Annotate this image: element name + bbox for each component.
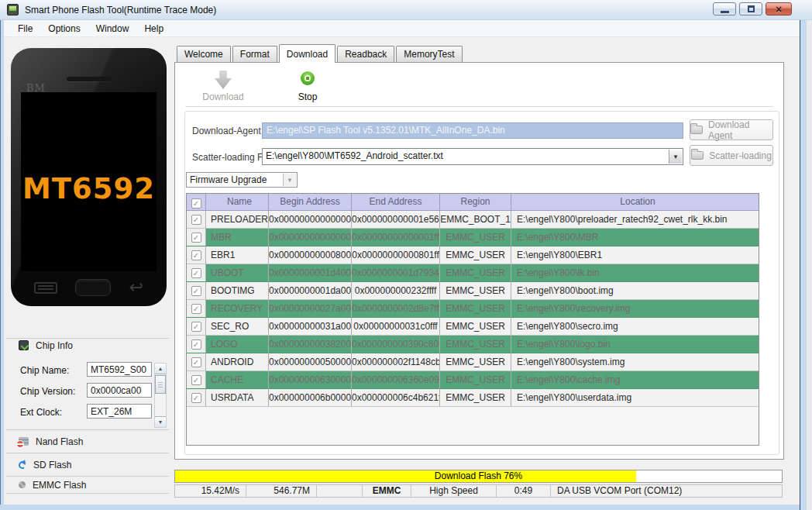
- cell-begin-address: 0x0000000001d40000: [269, 264, 352, 282]
- row-checkbox-cell[interactable]: ✓: [187, 371, 206, 389]
- checkbox-checked[interactable]: ✓: [191, 286, 201, 296]
- stop-action-label[interactable]: Stop: [273, 91, 342, 102]
- checkbox-checked[interactable]: ✓: [191, 339, 201, 350]
- chip-model-label: MT6592: [21, 172, 157, 205]
- row-checkbox-cell[interactable]: ✓: [187, 300, 206, 318]
- checkbox-checked[interactable]: ✓: [191, 357, 201, 367]
- partition-row-recovery[interactable]: ✓RECOVERY0x00000000027a00000x0000000002d…: [187, 300, 759, 318]
- checkbox-checked[interactable]: ✓: [191, 233, 201, 243]
- scatter-file-combobox[interactable]: E:\engel\Y800\MT6592_Android_scatter.txt…: [262, 148, 683, 165]
- row-checkbox-cell[interactable]: ✓: [187, 229, 206, 246]
- partition-row-sec_ro[interactable]: ✓SEC_RO0x00000000031a00000x00000000031c0…: [187, 318, 759, 336]
- window-border-left: [0, 20, 4, 510]
- cell-end-address: 0x0000000002d8e7ff: [352, 300, 440, 318]
- column-header-location[interactable]: Location: [511, 194, 759, 211]
- row-checkbox-cell[interactable]: ✓: [187, 353, 206, 371]
- menu-item-window[interactable]: Window: [88, 21, 137, 36]
- cell-location: E:\engel\Y800\MBR: [511, 229, 759, 246]
- menu-item-options[interactable]: Options: [40, 21, 88, 36]
- cell-location: E:\engel\Y800\preloader_ratech92_cwet_rl…: [511, 211, 759, 229]
- sd-flash-title: SD Flash: [33, 460, 71, 470]
- chip-scrollbar[interactable]: ▲ ▼: [154, 363, 167, 428]
- row-checkbox-cell[interactable]: ✓: [187, 246, 206, 264]
- scroll-thumb[interactable]: [155, 375, 166, 394]
- window-border-right[interactable]: [800, 20, 807, 510]
- scroll-up-icon[interactable]: ▲: [155, 364, 166, 374]
- app-icon: [7, 4, 19, 16]
- select-all-header[interactable]: ✓: [187, 194, 206, 211]
- chevron-down-icon[interactable]: ▼: [283, 174, 296, 186]
- partition-row-android[interactable]: ✓ANDROID0x00000000050000000x000000002f11…: [187, 353, 759, 371]
- chip-info-title: Chip Info: [36, 340, 73, 351]
- column-header-begin-address[interactable]: Begin Address: [269, 194, 352, 211]
- partition-row-mbr[interactable]: ✓MBR0x00000000000000000x00000000000001ff…: [187, 229, 759, 246]
- partition-row-uboot[interactable]: ✓UBOOT0x0000000001d400000x0000000001d793…: [187, 264, 759, 282]
- cell-name: RECOVERY: [206, 300, 269, 318]
- cell-location: E:\engel\Y800\lk.bin: [511, 264, 759, 282]
- download-action-icon[interactable]: [215, 71, 232, 89]
- partition-row-preloader[interactable]: ✓PRELOADER0x00000000000000000x0000000000…: [187, 211, 759, 229]
- tab-welcome[interactable]: Welcome: [177, 46, 231, 62]
- tab-readback[interactable]: Readback: [337, 46, 394, 62]
- partition-row-usrdata[interactable]: ✓USRDATA0x000000006b0000000x000000006c4b…: [187, 389, 759, 407]
- cell-begin-address: 0x0000000000000000: [269, 211, 352, 229]
- checkbox-checked[interactable]: ✓: [191, 393, 201, 403]
- scatter-loading-button[interactable]: Scatter-loading: [690, 145, 773, 166]
- cell-name: CACHE: [206, 371, 269, 389]
- checkbox-checked[interactable]: ✓: [191, 304, 201, 314]
- row-checkbox-cell[interactable]: ✓: [187, 389, 206, 407]
- column-header-name[interactable]: Name: [206, 194, 269, 211]
- stop-action-icon[interactable]: [301, 71, 315, 85]
- close-icon: ×: [776, 4, 782, 15]
- column-header-end-address[interactable]: End Address: [352, 194, 440, 211]
- checkbox-checked[interactable]: ✓: [191, 198, 201, 208]
- close-button[interactable]: ×: [766, 2, 792, 16]
- download-agent-field[interactable]: E:\engel\SP Flash Tool v5.1352.01\MTK_Al…: [262, 122, 683, 139]
- cell-end-address: 0x000000002f1148cb: [352, 353, 440, 371]
- partition-row-bootimg[interactable]: ✓BOOTIMG0x0000000001da00000x000000000232…: [187, 282, 759, 300]
- partition-row-logo[interactable]: ✓LOGO0x00000000038200000x000000000390c60…: [187, 336, 759, 353]
- phone-illustration: BM MT6592 ↩: [11, 48, 167, 306]
- chevron-down-icon[interactable]: ▼: [669, 150, 682, 164]
- download-action-label[interactable]: Download: [188, 91, 258, 102]
- section-emmc-flash[interactable]: EMMC Flash: [6, 476, 169, 494]
- partition-row-ebr1[interactable]: ✓EBR10x00000000000800000x00000000000801f…: [187, 246, 759, 264]
- cell-region: EMMC_USER: [440, 264, 511, 282]
- section-chip-info[interactable]: Chip Info: [6, 338, 169, 352]
- cell-region: EMMC_USER: [440, 246, 511, 264]
- maximize-button[interactable]: [739, 2, 762, 16]
- scroll-down-icon[interactable]: ▼: [155, 416, 166, 427]
- tab-format[interactable]: Format: [232, 46, 277, 62]
- row-checkbox-cell[interactable]: ✓: [187, 282, 206, 300]
- row-checkbox-cell[interactable]: ✓: [187, 211, 206, 229]
- menu-item-file[interactable]: File: [10, 21, 40, 36]
- partition-row-cache[interactable]: ✓CACHE0x00000000630000000x000000006360e0…: [187, 371, 759, 389]
- tab-memorytest[interactable]: MemoryTest: [396, 46, 462, 62]
- cell-end-address: 0x000000006c4b621f: [352, 389, 440, 407]
- cell-begin-address: 0x0000000001da0000: [269, 282, 352, 300]
- download-agent-button[interactable]: Download Agent: [690, 119, 773, 140]
- minimize-button[interactable]: [713, 2, 736, 16]
- tab-strip: WelcomeFormatDownloadReadbackMemoryTest: [177, 46, 463, 62]
- row-checkbox-cell[interactable]: ✓: [187, 336, 206, 353]
- menu-item-help[interactable]: Help: [136, 21, 171, 36]
- row-checkbox-cell[interactable]: ✓: [187, 264, 206, 282]
- row-checkbox-cell[interactable]: ✓: [187, 318, 206, 336]
- chip-field-label: Chip Version:: [20, 386, 75, 397]
- chip-field-value[interactable]: EXT_26M: [87, 404, 152, 419]
- checkbox-checked[interactable]: ✓: [191, 250, 201, 260]
- titlebar[interactable]: Smart Phone Flash Tool(Runtime Trace Mod…: [0, 0, 812, 20]
- flash-mode-combobox[interactable]: Firmware Upgrade ▼: [186, 172, 298, 188]
- section-nand-flash[interactable]: Nand Flash: [6, 429, 169, 453]
- checkbox-checked[interactable]: ✓: [191, 268, 201, 278]
- chip-field-value[interactable]: 0x0000ca00: [87, 383, 152, 398]
- column-header-region[interactable]: Region: [440, 194, 511, 211]
- checkbox-checked[interactable]: ✓: [191, 322, 201, 332]
- nand-flash-title: Nand Flash: [36, 436, 83, 447]
- tab-download[interactable]: Download: [279, 44, 335, 63]
- chip-field-value[interactable]: MT6592_S00: [87, 362, 152, 377]
- table-header-row: ✓ NameBegin AddressEnd AddressRegionLoca…: [187, 194, 759, 211]
- section-sd-flash[interactable]: SD Flash: [6, 453, 169, 476]
- checkbox-checked[interactable]: ✓: [191, 215, 201, 225]
- checkbox-checked[interactable]: ✓: [191, 375, 201, 385]
